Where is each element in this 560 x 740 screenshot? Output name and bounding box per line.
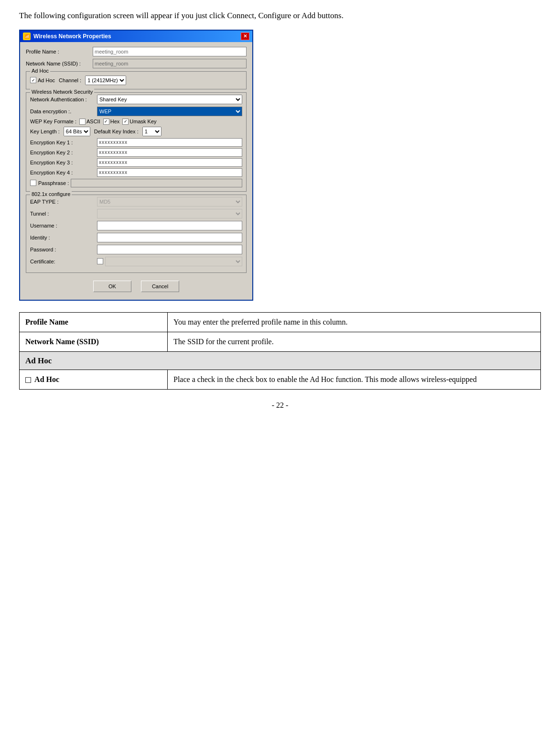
ascii-checkbox[interactable] [79,119,86,125]
dialog-app-icon: 📶 [23,33,31,40]
certificate-checkbox[interactable] [97,258,103,264]
channel-label: Channel : [59,77,81,83]
table-label-cell: Network Name (SSID) [20,332,168,351]
hex-checkbox[interactable]: ✓ [103,119,109,125]
profile-name-cell-label: Profile Name [25,318,68,326]
cancel-button[interactable]: Cancel [141,281,179,292]
certificate-select[interactable] [105,257,242,266]
table-row: Profile Name You may enter the preferred… [20,312,541,332]
password-label: Password : [30,247,97,252]
enc-key4-row: Encryption Key 4 : [30,168,242,177]
hex-text: Hex [110,119,120,124]
ascii-label[interactable]: ASCII [79,119,100,125]
umask-text: Umask Key [129,119,156,124]
network-auth-row: Network Authentication : Shared Key [30,95,242,104]
password-input[interactable] [97,245,242,254]
tunnel-label: Tunnel : [30,211,97,217]
adhoc-checkbox-label[interactable]: ✓ Ad Hoc [30,77,55,83]
eap-group-title: 802.1x configure [30,191,72,197]
identity-label: Identity : [30,235,97,240]
adhoc-cell-label: Ad Hoc [25,375,59,383]
default-key-index-label: Default Key Index : [94,129,139,134]
umask-label[interactable]: ✓ Umask Key [122,119,156,125]
identity-input[interactable] [97,233,242,242]
passphrase-row: Passphrase : [30,179,242,187]
table-row: Ad Hoc Place a check in the check box to… [20,370,541,390]
profile-name-input[interactable] [93,47,247,56]
umask-checkbox[interactable]: ✓ [122,119,129,125]
enc-key1-row: Encryption Key 1 : [30,138,242,147]
eap-type-label: EAP TYPE : [30,199,97,205]
data-enc-select[interactable]: WEP [97,107,242,116]
enc-key1-input[interactable] [97,138,242,147]
key-length-row: Key Length : 64 Bits Default Key Index :… [30,127,242,136]
key-length-label: Key Length : [30,129,60,134]
ascii-text: ASCII [86,119,100,124]
eap-type-row: EAP TYPE : MD5 [30,197,242,207]
password-row: Password : [30,245,242,254]
table-desc-cell: The SSID for the current profile. [168,332,541,351]
adhoc-label-text: Ad Hoc [38,77,55,83]
info-table: Profile Name You may enter the preferred… [19,312,541,390]
network-name-input[interactable] [93,59,247,68]
security-group: Wireless Network Security Network Authen… [26,92,247,192]
enc-key2-label: Encryption Key 2 : [30,150,97,155]
page-number: - 22 - [19,401,541,410]
enc-key4-input[interactable] [97,168,242,177]
dialog-window: 📶 Wireless Network Properties ✕ Profile … [19,30,253,301]
eap-group: 802.1x configure EAP TYPE : MD5 Tunnel :… [26,195,247,273]
close-button[interactable]: ✕ [241,33,249,40]
adhoc-group: Ad Hoc ✓ Ad Hoc Channel : 1 (2412MHz) [26,71,247,89]
network-auth-label: Network Authentication : [30,97,97,102]
username-label: Username : [30,223,97,229]
identity-row: Identity : [30,233,242,242]
table-desc-cell: You may enter the preferred profile name… [168,312,541,332]
data-enc-row: Data encryption :. WEP [30,107,242,116]
network-auth-select[interactable]: Shared Key [97,95,242,104]
dialog-screenshot: 📶 Wireless Network Properties ✕ Profile … [19,30,541,301]
table-row: Network Name (SSID) The SSID for the cur… [20,332,541,351]
enc-key1-label: Encryption Key 1 : [30,140,97,145]
enc-key2-input[interactable] [97,148,242,157]
table-desc-cell: Place a check in the check box to enable… [168,370,541,390]
eap-type-select[interactable]: MD5 [97,197,242,207]
table-label-cell: Ad Hoc [20,370,168,390]
adhoc-row: ✓ Ad Hoc Channel : 1 (2412MHz) [30,76,242,85]
adhoc-checkbox[interactable]: ✓ [30,77,36,83]
section-label-cell: Ad Hoc [20,351,541,370]
tunnel-row: Tunnel : [30,209,242,218]
security-group-title: Wireless Network Security [30,89,94,95]
ok-button[interactable]: OK [93,281,131,292]
hex-label[interactable]: ✓ Hex [103,119,120,125]
table-section-row: Ad Hoc [20,351,541,370]
titlebar-left: 📶 Wireless Network Properties [23,33,111,40]
tunnel-select[interactable] [97,209,242,218]
dialog-titlebar: 📶 Wireless Network Properties ✕ [20,31,252,42]
profile-name-label: Profile Name : [26,49,93,54]
username-input[interactable] [97,221,242,230]
profile-name-row: Profile Name : [26,47,247,56]
default-key-index-select[interactable]: 1 [142,127,162,136]
channel-select[interactable]: 1 (2412MHz) [85,76,126,85]
table-label-cell: Profile Name [20,312,168,332]
adhoc-group-title: Ad Hoc [30,68,50,74]
key-length-select[interactable]: 64 Bits [64,127,90,136]
dialog-buttons: OK Cancel [26,278,247,295]
passphrase-checkbox[interactable] [30,180,36,186]
enc-key3-label: Encryption Key 3 : [30,160,97,165]
network-name-row: Network Name (SSID) : [26,59,247,68]
data-enc-label: Data encryption :. [30,109,97,114]
enc-key3-input[interactable] [97,158,242,167]
dialog-title: Wireless Network Properties [33,33,111,40]
intro-paragraph: The following configuration screen will … [19,10,541,22]
certificate-label: Certificate: [30,259,97,264]
wep-key-format-label: WEP Key Formate : [30,119,76,124]
adhoc-mini-checkbox [25,377,31,383]
passphrase-input[interactable] [71,179,242,187]
wep-key-format-row: WEP Key Formate : ASCII ✓ Hex ✓ Umask Ke… [30,119,242,125]
network-name-label: Network Name (SSID) : [26,61,93,66]
network-name-cell-label: Network Name (SSID) [25,337,99,346]
username-row: Username : [30,221,242,230]
enc-key4-label: Encryption Key 4 : [30,170,97,175]
dialog-body: Profile Name : Network Name (SSID) : Ad … [20,42,252,300]
